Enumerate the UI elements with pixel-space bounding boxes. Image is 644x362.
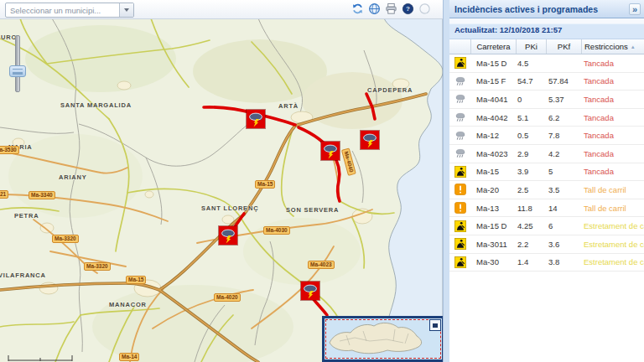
- incidents-table-body: Ma-15 D4.5TancadaMa-15 F54.757.84Tancada…: [449, 54, 644, 272]
- incident-row[interactable]: Ma-15 D4.256Estretament de cal: [449, 217, 644, 235]
- restriction-value: Tancada: [582, 131, 644, 140]
- road-name: Ma-12: [471, 131, 517, 140]
- refresh-icon[interactable]: [351, 3, 364, 15]
- zoom-slider-handle[interactable]: [9, 65, 26, 77]
- pkf-value: 6.2: [547, 113, 582, 122]
- roadworks-icon: [449, 57, 471, 69]
- road-number-badge: Ma-3340: [29, 191, 55, 199]
- pkf-value: 3.6: [547, 240, 582, 249]
- place-label: SANTA MARGALIDA: [60, 101, 132, 109]
- pkf-value: 14: [547, 204, 582, 213]
- help-icon[interactable]: ?: [402, 3, 414, 15]
- rain-icon: [449, 111, 471, 123]
- warning-icon: [449, 202, 471, 214]
- place-label: ARTÀ: [278, 102, 299, 110]
- panel-header: Incidències actives i programades »: [449, 0, 644, 18]
- storm-incident-marker[interactable]: [219, 226, 237, 245]
- pki-value: 2.9: [517, 149, 547, 158]
- pkf-value: 5.37: [547, 95, 582, 104]
- scale-bar: [0, 350, 92, 362]
- pkf-value: 6: [547, 221, 582, 230]
- column-header-icon: [449, 39, 471, 54]
- pane-divider: [443, 0, 449, 362]
- road-name: Ma-4023: [471, 149, 517, 158]
- circle-icon[interactable]: [418, 3, 431, 15]
- road-number-badge: Ma-4023: [308, 261, 335, 269]
- place-label: ARIANY: [59, 173, 87, 181]
- restriction-value: Estretament de cal: [582, 221, 644, 230]
- storm-incident-marker[interactable]: [321, 142, 340, 160]
- pki-value: 3.9: [517, 167, 547, 176]
- pki-value: 4.5: [517, 59, 547, 68]
- print-icon[interactable]: [385, 3, 397, 15]
- municipality-select[interactable]: Seleccionar un municipi...: [5, 3, 134, 18]
- road-number-badge: Ma-3320: [84, 262, 111, 271]
- map-canvas[interactable]: Ma-353021Ma-3340Ma-3320Ma-3320Ma-15Ma-14…: [0, 0, 443, 362]
- minimap-extent-rect: [325, 319, 441, 359]
- restriction-value: Tall de carril: [582, 204, 644, 213]
- road-name: Ma-4042: [471, 113, 517, 122]
- incident-row[interactable]: Ma-301.43.8Estretament de cal: [449, 254, 644, 272]
- restriction-value: Tancada: [582, 113, 644, 122]
- minimap-toggle-button[interactable]: [429, 319, 441, 331]
- panel-collapse-button[interactable]: »: [629, 3, 641, 15]
- map-toolbar: Seleccionar un municipi... ?: [0, 0, 443, 19]
- road-number-badge: Ma-4030: [263, 226, 290, 235]
- svg-text:?: ?: [406, 5, 410, 13]
- incident-row[interactable]: Ma-120.57.8Tancada: [449, 127, 644, 145]
- incident-row[interactable]: Ma-40425.16.2Tancada: [449, 109, 644, 127]
- incident-row[interactable]: Ma-30112.23.6Estretament de cal: [449, 235, 644, 254]
- place-label: CAPDEPERA: [367, 86, 413, 94]
- incident-row[interactable]: Ma-15 D4.5Tancada: [449, 54, 644, 73]
- incident-row[interactable]: Ma-40232.94.2Tancada: [449, 145, 644, 163]
- road-number-badge: 21: [0, 190, 8, 199]
- incident-row[interactable]: Ma-404105.37Tancada: [449, 90, 644, 109]
- pki-value: 11.8: [517, 204, 547, 213]
- column-header-pki[interactable]: PKi: [517, 39, 547, 54]
- place-label: VILAFRANCA: [0, 272, 46, 279]
- pki-value: 0.5: [517, 131, 547, 140]
- incidents-panel: Incidències actives i programades » Actu…: [449, 0, 644, 362]
- restriction-value: Tancada: [582, 167, 644, 176]
- pki-value: 1.4: [517, 257, 547, 266]
- road-name: Ma-30: [471, 257, 517, 266]
- pkf-value: 7.8: [547, 131, 582, 140]
- storm-incident-marker[interactable]: [361, 131, 379, 149]
- sort-ascending-icon: ▲: [631, 44, 636, 49]
- road-number-badge: Ma-15: [255, 180, 275, 189]
- storm-incident-marker[interactable]: [301, 282, 319, 300]
- map-geography: [0, 0, 443, 362]
- rain-icon: [449, 130, 471, 142]
- incident-row[interactable]: Ma-202.53.5Tall de carril: [449, 181, 644, 199]
- column-header-pkf[interactable]: PKf: [547, 39, 582, 54]
- road-incidents-app: Ma-353021Ma-3340Ma-3320Ma-3320Ma-15Ma-14…: [0, 0, 644, 362]
- dropdown-arrow-button[interactable]: [119, 3, 133, 17]
- place-label: PETRA: [14, 212, 39, 220]
- column-header-restriccions[interactable]: Restriccions ▲: [582, 39, 644, 54]
- incident-row[interactable]: Ma-15 F54.757.84Tancada: [449, 73, 644, 91]
- pkf-value: 3.5: [547, 185, 582, 194]
- pki-value: 4.25: [517, 221, 547, 230]
- restriction-value: Tancada: [582, 76, 644, 85]
- road-name: Ma-15: [471, 167, 517, 176]
- storm-incident-marker[interactable]: [247, 110, 265, 128]
- pkf-value: 3.8: [547, 257, 582, 266]
- map-pane: Ma-353021Ma-3340Ma-3320Ma-3320Ma-15Ma-14…: [0, 0, 443, 362]
- roadworks-icon: [449, 166, 471, 178]
- incident-row[interactable]: Ma-153.95Tancada: [449, 163, 644, 182]
- panel-title: Incidències actives i programades: [454, 4, 629, 14]
- restriction-value: Estretament de cal: [582, 257, 644, 266]
- rain-icon: [449, 93, 471, 105]
- restriction-value: Tall de carril: [582, 185, 644, 194]
- updated-timestamp: Actualitzat: 12/10/2018 21:57: [449, 23, 644, 39]
- zoom-slider[interactable]: [9, 35, 24, 90]
- column-header-carretera[interactable]: Carretera: [471, 39, 517, 54]
- incident-row[interactable]: Ma-1311.814Tall de carril: [449, 199, 644, 218]
- overview-minimap[interactable]: [322, 316, 443, 362]
- pki-value: 2.5: [517, 185, 547, 194]
- globe-icon[interactable]: [368, 3, 381, 15]
- road-number-badge: Ma-15: [126, 276, 146, 284]
- road-name: Ma-20: [471, 185, 517, 194]
- road-name: Ma-4041: [471, 95, 517, 104]
- zoom-slider-track[interactable]: [15, 35, 20, 92]
